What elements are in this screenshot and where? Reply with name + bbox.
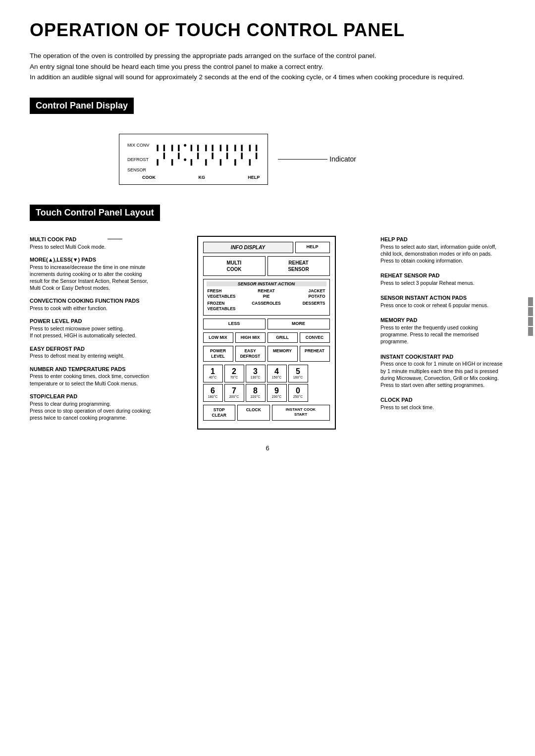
help-label: HELP	[248, 175, 260, 180]
cp-num-1-btn[interactable]: 1 40°C	[203, 365, 223, 382]
memory-pad-title: MEMORY PAD	[380, 317, 505, 324]
intro-para3: In addition an audible signal will sound…	[30, 72, 476, 83]
cp-num-4-btn[interactable]: 4 150°C	[267, 365, 287, 382]
right-ann-help-pad: HELP PAD Press to select auto start, inf…	[380, 236, 505, 264]
help-pad-title: HELP PAD	[380, 236, 505, 243]
cp-fresh-veg-btn[interactable]: FRESH VEGETABLES	[207, 288, 246, 299]
left-ann-more-less: MORE(▲),LESS(▼) PADS Press to increase/d…	[30, 256, 154, 292]
instant-cook-desc: Press once to cook for 1 minute on HIGH …	[380, 360, 505, 388]
cp-num-2-btn[interactable]: 2 70°C	[224, 365, 244, 382]
cp-convec-btn[interactable]: CONVEC	[300, 332, 330, 343]
page-title: OPERATION OF TOUCH CONTROL PANEL	[30, 20, 505, 41]
cp-multi-cook-btn[interactable]: MULTI COOK	[203, 256, 266, 276]
multi-cook-title: MULTI COOK PAD	[30, 236, 106, 243]
indicator-arrow-line	[278, 159, 327, 160]
center-panel: INFO DISPLAY HELP MULTI COOK REHEAT SENS…	[156, 236, 376, 430]
power-level-desc: Press to select microwave power setting.…	[30, 325, 154, 339]
stop-clear-desc: Press to clear during programming. Press…	[30, 400, 154, 422]
cp-row-power-memory: POWER LEVEL EASY DEFROST MEMORY PREHEAT	[203, 346, 330, 362]
control-panel-diagram: INFO DISPLAY HELP MULTI COOK REHEAT SENS…	[197, 236, 336, 430]
cp-memory-btn[interactable]: MEMORY	[268, 346, 298, 362]
cp-high-mix-btn[interactable]: HIGH MIX	[235, 332, 266, 343]
cp-preheat-btn[interactable]: PREHEAT	[300, 346, 330, 362]
more-less-title: MORE(▲),LESS(▼) PADS	[30, 256, 154, 264]
cp-more-btn[interactable]: MORE	[268, 319, 330, 329]
right-ann-sensor-instant: SENSOR INSTANT ACTION PADS Press once to…	[380, 294, 505, 309]
convection-desc: Press to cook with either function.	[30, 305, 154, 312]
cp-num-3-btn[interactable]: 3 130°C	[246, 365, 266, 382]
cp-reheat-sensor-btn[interactable]: REHEAT SENSOR	[268, 256, 330, 276]
cp-help-btn[interactable]: HELP	[295, 242, 330, 253]
help-pad-desc: Press to select auto start, information …	[380, 243, 505, 265]
reheat-sensor-title: REHEAT SENSOR PAD	[380, 272, 505, 279]
cp-numpad-row1: 1 40°C 2 70°C 3 130°C 4 150°C	[203, 365, 330, 382]
cp-power-level-btn[interactable]: POWER LEVEL	[203, 346, 233, 362]
convection-title: CONVECTION COOKING FUNCTION PADS	[30, 297, 154, 305]
lower-digits: ╻╹ ╻╹ • ╻╹ ╻╹ ╻╹ ╻╹ ╻╹	[155, 153, 260, 166]
cp-num-9-btn[interactable]: 9 230°C	[267, 384, 287, 402]
mix-conv-label: MIX CONV	[125, 138, 153, 153]
cp-desserts-btn[interactable]: DESSERTS	[287, 301, 326, 312]
intro-para1: The operation of the oven is controlled …	[30, 51, 476, 61]
cp-row-stop-clock-start: STOP CLEAR CLOCK INSTANT COOK START	[203, 405, 330, 421]
cook-label: COOK	[142, 175, 156, 180]
cp-sensor-instant-title: SENSOR INSTANT ACTION	[207, 281, 326, 286]
cp-num-7-btn[interactable]: 7 200°C	[224, 384, 244, 402]
upper-digits: ╻╻ ╻╻ • ╻╻ ╻╻ ╻╻ ╻╻ ╻╻	[155, 139, 260, 152]
scrollbar[interactable]	[528, 297, 535, 337]
intro-para2: An entry signal tone should be heard eac…	[30, 61, 476, 72]
easy-defrost-title: EASY DEFROST PAD	[30, 345, 154, 353]
cp-sensor-row2: FROZEN VEGETABLES CASSEROLES DESSERTS	[207, 301, 326, 312]
power-level-title: POWER LEVEL PAD	[30, 318, 154, 325]
left-ann-stop-clear: STOP/CLEAR PAD Press to clear during pro…	[30, 393, 154, 421]
left-ann-multi-cook: MULTI COOK PAD Press to select Multi Coo…	[30, 236, 154, 250]
right-annotations: HELP PAD Press to select auto start, inf…	[376, 236, 505, 430]
display-diagram: MIX CONV ╻╻ ╻╻ • ╻╻ ╻╻ ╻╻ ╻╻ ╻╻	[119, 134, 268, 185]
cp-numpad-row2: 6 180°C 7 200°C 8 220°C 9 230°C	[203, 384, 330, 402]
cp-grill-btn[interactable]: GRILL	[268, 332, 298, 343]
clock-pad-title: CLOCK PAD	[380, 396, 505, 404]
cp-less-btn[interactable]: LESS	[203, 319, 266, 329]
sensor-instant-title: SENSOR INSTANT ACTION PADS	[380, 294, 505, 302]
layout-section-header: Touch Control Panel Layout	[30, 205, 160, 221]
cp-instant-cook-start-btn[interactable]: INSTANT COOK START	[272, 405, 330, 421]
intro-section: The operation of the oven is controlled …	[30, 51, 476, 83]
sensor-instant-desc: Press once to cook or reheat 6 popular m…	[380, 302, 505, 309]
right-ann-instant-cook: INSTANT COOK/START PAD Press once to coo…	[380, 353, 505, 389]
number-temp-title: NUMBER AND TEMPERATURE PADS	[30, 366, 154, 373]
cp-jacket-potato-btn[interactable]: JACKET POTATO	[287, 288, 326, 299]
cp-num-6-btn[interactable]: 6 180°C	[203, 384, 223, 402]
cp-row-info-help: INFO DISPLAY HELP	[203, 242, 330, 253]
cp-info-display-btn[interactable]: INFO DISPLAY	[203, 242, 293, 253]
cp-frozen-veg-btn[interactable]: FROZEN VEGETABLES	[207, 301, 246, 312]
cp-easy-defrost-btn[interactable]: EASY DEFROST	[235, 346, 266, 362]
cp-low-mix-btn[interactable]: LOW MIX	[203, 332, 233, 343]
left-ann-easy-defrost: EASY DEFROST PAD Press to defrost meat b…	[30, 345, 154, 360]
kg-label: KG	[198, 175, 205, 180]
cp-reheat-pie-btn[interactable]: REHEAT PIE	[247, 288, 285, 299]
stop-clear-title: STOP/CLEAR PAD	[30, 393, 154, 400]
cp-num-0-btn[interactable]: 0 250°C	[288, 384, 308, 402]
cp-num-5-btn[interactable]: 5 160°C	[288, 365, 308, 382]
cp-row-less-more: LESS MORE	[203, 319, 330, 329]
cp-row-mix-grill: LOW MIX HIGH MIX GRILL CONVEC	[203, 332, 330, 343]
cp-stop-clear-btn[interactable]: STOP CLEAR	[203, 405, 236, 421]
multi-cook-desc: Press to select Multi Cook mode.	[30, 243, 106, 250]
sensor-label: SENSOR	[125, 167, 153, 173]
reheat-sensor-desc: Press to select 3 popular Reheat menus.	[380, 279, 505, 286]
left-ann-convection: CONVECTION COOKING FUNCTION PADS Press t…	[30, 297, 154, 312]
more-less-desc: Press to increase/decrease the time in o…	[30, 264, 154, 292]
right-ann-clock: CLOCK PAD Press to set clock time.	[380, 396, 505, 411]
page-number: 6	[30, 444, 505, 452]
indicator-line: Indicator	[278, 155, 356, 163]
memory-pad-desc: Press to enter the frequently used cooki…	[380, 324, 505, 345]
cp-clock-btn[interactable]: CLOCK	[237, 405, 270, 421]
easy-defrost-desc: Press to defrost meat by entering weight…	[30, 352, 154, 359]
cp-casseroles-btn[interactable]: CASSEROLES	[247, 301, 285, 312]
left-annotations: MULTI COOK PAD Press to select Multi Coo…	[30, 236, 156, 430]
cp-num-8-btn[interactable]: 8 220°C	[246, 384, 266, 402]
indicator-label: Indicator	[329, 155, 356, 163]
cp-row-multi-reheat: MULTI COOK REHEAT SENSOR	[203, 256, 330, 276]
number-temp-desc: Press to enter cooking times, clock time…	[30, 373, 154, 386]
display-section-header: Control Panel Display	[30, 98, 134, 114]
